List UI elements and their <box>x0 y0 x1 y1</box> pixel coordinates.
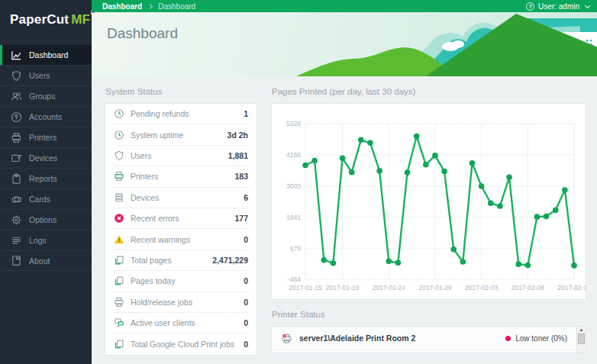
printer-rows: server1\Adelaide Print Room 2Low toner (… <box>272 327 586 350</box>
sidebar-item-groups[interactable]: Groups <box>0 85 92 106</box>
printer-list-scrollbar[interactable]: ▲ <box>576 327 586 353</box>
status-label: Pending refunds <box>131 109 189 118</box>
status-label: Recent errors <box>131 214 179 223</box>
scrollbar-thumb[interactable] <box>578 333 585 344</box>
svg-text:1841: 1841 <box>286 214 301 221</box>
cards-icon <box>11 194 22 205</box>
about-icon <box>11 255 22 266</box>
status-row: Users1,881 <box>114 146 248 166</box>
chevron-down-icon <box>585 2 590 8</box>
pages-printed-title: Pages Printed (per day, last 30 days) <box>272 87 586 96</box>
user-icon <box>114 150 124 161</box>
users-icon <box>11 70 22 82</box>
sidebar-item-printers[interactable]: Printers <box>0 127 92 147</box>
status-value: 0 <box>244 235 248 244</box>
status-row: Pages today0 <box>114 271 248 292</box>
svg-text:3003: 3003 <box>286 182 301 190</box>
devices-icon <box>11 153 22 164</box>
status-row: Total pages2,471,229 <box>114 250 248 271</box>
breadcrumb-root[interactable]: Dashboard <box>102 2 142 11</box>
options-icon <box>11 214 22 226</box>
svg-text:5328: 5328 <box>286 120 301 127</box>
sidebar-item-options[interactable]: Options <box>0 209 92 230</box>
status-value: 2,471,229 <box>212 256 248 265</box>
svg-text:4166: 4166 <box>286 151 301 159</box>
status-value: 0 <box>244 318 248 327</box>
papercut-logo: PaperCut MF <box>0 0 92 41</box>
papercut-window: PaperCut MF DashboardUsersGroupsAccounts… <box>0 0 597 364</box>
groups-icon <box>11 91 22 102</box>
user-label: User: admin <box>538 2 579 11</box>
printer-row[interactable]: server1\Adelaide Print Room 2Low toner (… <box>272 327 586 350</box>
status-value: 183 <box>234 172 248 181</box>
pages-icon <box>114 255 124 266</box>
logo-mf-text: MF <box>71 12 90 27</box>
sidebar-nav: DashboardUsersGroupsAccountsPrintersDevi… <box>0 44 92 271</box>
sidebar-item-devices[interactable]: Devices <box>0 147 92 168</box>
svg-text:2017-02-08: 2017-02-08 <box>511 284 545 292</box>
status-label: Total Google Cloud Print jobs <box>131 340 234 349</box>
printer-status-text: Low toner (0%) <box>515 334 567 343</box>
svg-text:2017-01-19: 2017-01-19 <box>326 284 360 292</box>
reports-icon <box>11 173 22 185</box>
topbar: Dashboard Dashboard ? User: admin <box>92 0 597 12</box>
status-value: 0 <box>244 340 248 349</box>
status-label: Recent warnings <box>131 235 190 244</box>
svg-text:2017-02-03: 2017-02-03 <box>465 284 499 292</box>
breadcrumb-current[interactable]: Dashboard <box>158 2 195 11</box>
printer-status-title: Printer Status <box>272 310 586 319</box>
sidebar-item-users[interactable]: Users <box>0 65 92 85</box>
sidebar-item-label: Options <box>29 215 56 224</box>
breadcrumb-chevron-icon <box>147 3 153 8</box>
status-label: Users <box>131 151 151 160</box>
sidebar-item-about[interactable]: About <box>0 250 92 271</box>
svg-text:2017-01-29: 2017-01-29 <box>418 284 452 292</box>
main-content: System Status Pending refunds1System upt… <box>92 76 597 364</box>
printer-status: Low toner (0%) <box>505 334 567 343</box>
status-row: Pending refunds1 <box>114 104 248 124</box>
error-icon <box>114 213 124 224</box>
sidebar-item-label: Printers <box>29 133 56 142</box>
sidebar-item-dashboard[interactable]: Dashboard <box>0 44 92 65</box>
svg-text:-464: -464 <box>288 275 301 283</box>
svg-text:2017-01-15: 2017-01-15 <box>289 284 322 292</box>
sidebar-item-label: Logs <box>29 236 47 245</box>
status-label: Devices <box>131 193 159 202</box>
status-value: 6 <box>244 193 248 202</box>
clock-icon <box>114 108 124 119</box>
scroll-up-icon[interactable]: ▲ <box>577 327 586 333</box>
system-status-card: Pending refunds1System uptime3d 2hUsers1… <box>105 103 257 356</box>
sidebar-item-reports[interactable]: Reports <box>0 168 92 188</box>
status-label: Active user clients <box>131 318 195 327</box>
sidebar-item-label: Accounts <box>29 112 62 121</box>
user-menu[interactable]: ? User: admin <box>526 2 589 11</box>
devices-stack-icon <box>114 192 124 203</box>
status-value: 1 <box>244 109 248 118</box>
sidebar-item-accounts[interactable]: Accounts <box>0 106 92 127</box>
help-question-icon[interactable]: ? <box>526 2 534 11</box>
sidebar-item-logs[interactable]: Logs <box>0 230 92 250</box>
status-value: 3d 2h <box>228 130 248 140</box>
status-row: Recent errors177 <box>114 208 248 229</box>
status-row: Active user clients0 <box>114 313 248 333</box>
clock-icon <box>114 130 124 140</box>
page-title: Dashboard <box>107 25 178 42</box>
sidebar-item-label: Reports <box>29 174 57 183</box>
pages-printed-card: -46467818413003416653282017-01-152017-01… <box>271 103 586 300</box>
status-row: Hold/release jobs0 <box>114 292 248 313</box>
status-row: Total Google Cloud Print jobs0 <box>114 333 248 354</box>
system-status-section: System Status Pending refunds1System upt… <box>105 85 257 364</box>
sidebar-item-label: Dashboard <box>29 50 68 60</box>
accounts-icon <box>11 111 22 123</box>
sidebar-item-label: About <box>29 256 50 266</box>
sidebar-item-label: Cards <box>29 195 50 204</box>
status-row: System uptime3d 2h <box>114 124 248 145</box>
sidebar-item-label: Devices <box>29 153 57 163</box>
sidebar-item-cards[interactable]: Cards <box>0 188 92 209</box>
status-row: Printers183 <box>114 166 248 187</box>
printer-name: server1\Adelaide Print Room 2 <box>299 333 415 343</box>
printer-alert-icon <box>281 333 292 344</box>
right-column: Pages Printed (per day, last 30 days) -4… <box>271 85 586 364</box>
status-label: Pages today <box>131 276 175 285</box>
sidebar-item-label: Groups <box>29 92 55 101</box>
